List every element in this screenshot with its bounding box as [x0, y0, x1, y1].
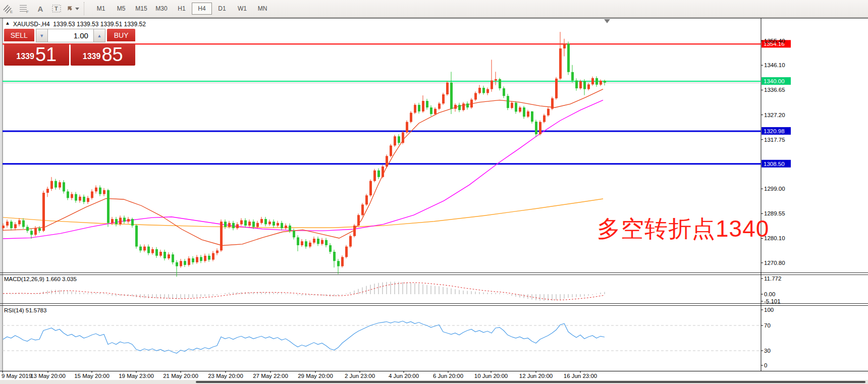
collapse-trade-panel-icon[interactable]: ▲ [5, 20, 10, 26]
svg-text:2 Jun 23:00: 2 Jun 23:00 [345, 373, 375, 379]
svg-text:16 Jun 23:00: 16 Jun 23:00 [564, 373, 598, 379]
rsi-label: RSI(14) 51.5783 [4, 307, 46, 313]
one-click-trade-panel: SELL ▼ ▲ BUY 1339 51 1339 85 [4, 29, 135, 66]
sell-price-big: 51 [35, 45, 57, 64]
symbol-period: XAUUSD-,H4 [13, 21, 50, 28]
macd-label: MACD(12,26,9) 1.660 3.035 [4, 276, 77, 282]
volume-down-button[interactable]: ▼ [36, 29, 48, 42]
svg-text:19 May 23:00: 19 May 23:00 [119, 373, 154, 379]
svg-text:1346.10: 1346.10 [764, 62, 785, 68]
svg-text:4 Jun 20:00: 4 Jun 20:00 [389, 373, 419, 379]
svg-text:10 Jun 20:00: 10 Jun 20:00 [474, 373, 508, 379]
svg-text:100: 100 [764, 307, 774, 313]
chart-title: XAUUSD-,H4 1339.53 1339.53 1339.51 1339.… [13, 21, 146, 28]
sell-price-small: 1339 [16, 49, 34, 64]
svg-text:13 May 20:00: 13 May 20:00 [30, 373, 66, 379]
svg-text:1340.00: 1340.00 [764, 78, 785, 84]
svg-text:0: 0 [764, 362, 767, 368]
svg-text:70: 70 [764, 322, 771, 328]
svg-text:6 Jun 20:00: 6 Jun 20:00 [433, 373, 463, 379]
chart-annotation-text: 多空转折点1340 [597, 213, 769, 245]
buy-price-small: 1339 [83, 49, 101, 64]
svg-text:27 May 22:00: 27 May 22:00 [253, 373, 288, 379]
svg-text:29 May 20:00: 29 May 20:00 [298, 373, 333, 379]
svg-text:1355.40: 1355.40 [764, 38, 785, 44]
buy-price-big: 85 [101, 45, 123, 64]
svg-text:1299.00: 1299.00 [764, 186, 785, 192]
buy-button[interactable]: BUY [107, 29, 135, 42]
sell-button[interactable]: SELL [4, 29, 34, 42]
svg-text:21 May 20:00: 21 May 20:00 [163, 373, 198, 379]
volume-input[interactable] [48, 29, 93, 42]
svg-text:11.772: 11.772 [764, 276, 781, 282]
svg-text:0.00: 0.00 [764, 291, 775, 297]
horizontal-scrollbar-thumb[interactable] [196, 381, 865, 383]
svg-text:1270.80: 1270.80 [764, 260, 785, 266]
svg-text:1317.75: 1317.75 [764, 137, 785, 143]
svg-text:1320.98: 1320.98 [764, 128, 785, 134]
svg-text:30: 30 [764, 348, 771, 354]
sell-price-box[interactable]: 1339 51 [4, 43, 69, 66]
buy-price-box[interactable]: 1339 85 [71, 43, 136, 66]
volume-up-button[interactable]: ▲ [93, 29, 105, 42]
svg-text:1327.20: 1327.20 [764, 112, 785, 118]
svg-text:23 May 20:00: 23 May 20:00 [208, 373, 243, 379]
svg-text:12 Jun 20:00: 12 Jun 20:00 [519, 373, 553, 379]
svg-text:15 May 20:00: 15 May 20:00 [74, 373, 110, 379]
mt4-window: { "toolbar": { "icons": ["indicator-line… [0, 0, 868, 384]
svg-text:1336.65: 1336.65 [764, 87, 785, 93]
svg-text:1308.50: 1308.50 [764, 161, 785, 167]
svg-text:-5.101: -5.101 [764, 298, 781, 304]
svg-text:9 May 2019: 9 May 2019 [2, 373, 32, 379]
ohlc-quotes: 1339.53 1339.53 1339.51 1339.52 [53, 21, 146, 28]
